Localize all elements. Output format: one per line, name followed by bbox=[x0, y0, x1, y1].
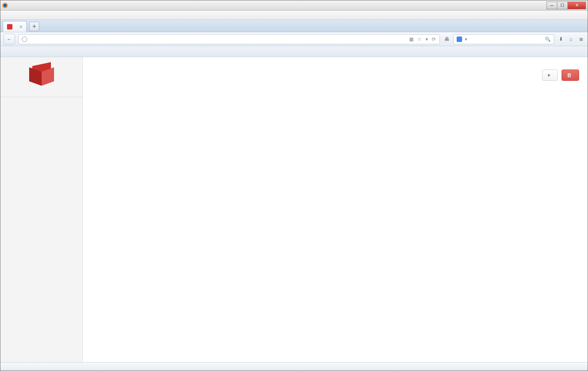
status-bar bbox=[0, 362, 588, 371]
print-icon[interactable]: 🖶 bbox=[443, 36, 450, 43]
browser-tab[interactable]: × bbox=[3, 21, 27, 32]
firefox-window: ─ ☐ ✕ × + ← ▦ ☆ ▾ ⟳ 🖶 ▾ 🔍 bbox=[0, 0, 588, 371]
window-controls: ─ ☐ ✕ bbox=[547, 2, 586, 9]
new-tab-button[interactable]: + bbox=[29, 22, 39, 31]
firefox-icon bbox=[2, 2, 8, 9]
logo-area bbox=[0, 57, 82, 93]
search-dropdown-icon[interactable]: ▾ bbox=[464, 37, 467, 42]
search-icon[interactable]: 🔍 bbox=[545, 37, 551, 42]
bookmarks-bar bbox=[0, 46, 588, 57]
search-bar[interactable]: ▾ 🔍 bbox=[453, 34, 554, 44]
trash-icon: 🗑 bbox=[567, 72, 572, 78]
downloads-icon[interactable]: ⬇ bbox=[557, 36, 564, 43]
panel-header: + 🗑 bbox=[91, 70, 579, 81]
project-label bbox=[0, 97, 82, 103]
terminate-instances-button[interactable]: 🗑 bbox=[562, 70, 579, 81]
url-bar[interactable]: ▦ ☆ ▾ ⟳ bbox=[18, 34, 440, 44]
sidebar bbox=[0, 57, 83, 362]
tab-favicon bbox=[7, 24, 12, 30]
tabstrip: × + bbox=[0, 20, 588, 32]
close-button[interactable]: ✕ bbox=[567, 2, 586, 9]
tab-close-icon[interactable]: × bbox=[19, 24, 23, 30]
bookmark-star-icon[interactable]: ☆ bbox=[417, 37, 422, 42]
svg-point-1 bbox=[3, 4, 7, 7]
globe-icon bbox=[22, 37, 27, 42]
back-button[interactable]: ← bbox=[3, 34, 15, 45]
minimize-button[interactable]: ─ bbox=[546, 2, 557, 9]
table-footer bbox=[91, 85, 579, 93]
maximize-button[interactable]: ☐ bbox=[557, 2, 568, 9]
menu-icon[interactable]: ≣ bbox=[578, 36, 585, 43]
reload-icon[interactable]: ⟳ bbox=[431, 37, 436, 42]
home-icon[interactable]: ⌂ bbox=[567, 36, 574, 43]
openstack-logo-icon bbox=[29, 64, 54, 85]
dropdown-arrow-icon[interactable]: ▾ bbox=[425, 37, 429, 42]
reader-mode-icon[interactable]: ▦ bbox=[408, 37, 414, 42]
main-panel: + 🗑 bbox=[83, 57, 588, 362]
project-name[interactable] bbox=[0, 103, 82, 107]
plus-icon: + bbox=[547, 72, 550, 78]
launch-instance-button[interactable]: + bbox=[542, 70, 558, 81]
menubar bbox=[0, 10, 588, 20]
google-icon bbox=[457, 37, 462, 42]
nav-toolbar: ← ▦ ☆ ▾ ⟳ 🖶 ▾ 🔍 ⬇ ⌂ ≣ bbox=[0, 32, 588, 46]
page-content: + 🗑 bbox=[0, 57, 588, 362]
window-titlebar[interactable]: ─ ☐ ✕ bbox=[0, 0, 588, 10]
